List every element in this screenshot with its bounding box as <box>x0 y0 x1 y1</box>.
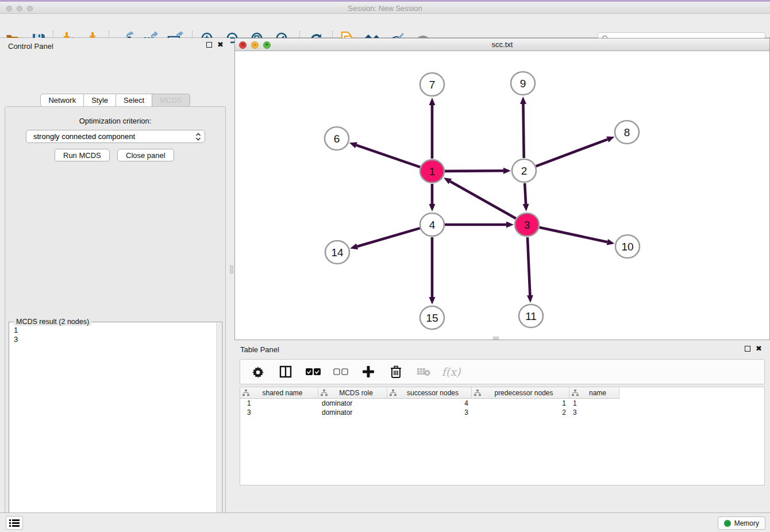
graph-node-2[interactable]: 2 <box>512 159 536 182</box>
float-table-panel-icon[interactable] <box>745 346 750 352</box>
control-panel-title: Control Panel <box>8 42 53 51</box>
attribute-type-icon <box>474 390 481 396</box>
table-header-row: shared nameMCDS rolesuccessor nodesprede… <box>240 387 619 399</box>
graph-node-7[interactable]: 7 <box>420 73 444 96</box>
criterion-select[interactable]: strongly connected component <box>26 130 205 143</box>
table-cell[interactable]: dominator <box>318 399 387 408</box>
main-toolbar <box>0 14 770 38</box>
node-label: 3 <box>524 219 530 231</box>
arrowhead-icon <box>503 168 511 174</box>
mcds-result-item[interactable]: 3 <box>14 335 18 344</box>
column-header-shared-name[interactable]: shared name <box>240 387 318 399</box>
table-row[interactable]: 3dominator323 <box>240 408 619 417</box>
stepper-icon <box>195 133 201 141</box>
graph-node-4[interactable]: 4 <box>420 213 444 236</box>
edge-1-to-2[interactable] <box>445 171 503 171</box>
node-label: 14 <box>331 246 344 259</box>
mcds-result-list[interactable]: 13 <box>9 323 22 346</box>
network-window-titlebar[interactable]: ✕ − + scc.txt <box>235 38 769 51</box>
window-title: Session: New Session <box>0 4 770 13</box>
table-cell[interactable]: 1 <box>472 399 569 408</box>
tab-style[interactable]: Style <box>84 94 116 107</box>
table-cell[interactable]: 3 <box>387 408 472 417</box>
status-bar: Memory <box>0 512 770 532</box>
table-cell[interactable]: 1 <box>240 399 318 408</box>
node-label: 7 <box>429 79 436 91</box>
column-header-name[interactable]: name <box>569 387 619 399</box>
vertical-splitter-handle[interactable] <box>230 265 233 273</box>
arrowhead-icon <box>350 244 358 250</box>
function-builder-icon: f(x) <box>444 364 459 379</box>
graph-node-3[interactable]: 3 <box>515 213 539 236</box>
column-header-successor-nodes[interactable]: successor nodes <box>387 387 472 399</box>
arrowhead-icon <box>520 97 526 104</box>
graph-node-9[interactable]: 9 <box>511 72 535 95</box>
task-history-button[interactable] <box>6 516 23 530</box>
column-header-MCDS-role[interactable]: MCDS role <box>318 387 387 399</box>
edge-3-to-1[interactable] <box>450 182 515 219</box>
mcds-result-box: MCDS result (2 nodes) 13 <box>9 322 222 532</box>
table-cell[interactable]: 3 <box>240 408 318 417</box>
network-window-title: scc.txt <box>235 40 769 49</box>
horizontal-splitter-handle[interactable] <box>493 337 499 340</box>
edge-4-to-14[interactable] <box>357 228 420 246</box>
table-cell[interactable]: 4 <box>387 399 472 408</box>
edge-3-to-10[interactable] <box>539 228 607 242</box>
add-column-icon[interactable] <box>361 364 376 379</box>
graph-node-15[interactable]: 15 <box>420 306 444 329</box>
memory-status-icon <box>724 520 731 527</box>
float-panel-icon[interactable] <box>206 42 212 48</box>
edge-3-to-11[interactable] <box>528 237 530 295</box>
node-label: 6 <box>334 133 340 145</box>
arrowhead-icon <box>506 222 514 228</box>
titlebar[interactable]: Session: New Session <box>0 2 770 14</box>
arrowhead-icon <box>429 204 436 211</box>
column-header-predecessor-nodes[interactable]: predecessor nodes <box>472 387 569 399</box>
result-scrollbar[interactable] <box>216 323 221 532</box>
delete-table-icon <box>416 364 431 379</box>
edge-2-to-9[interactable] <box>523 104 523 158</box>
mcds-result-item[interactable]: 1 <box>14 326 18 335</box>
graph-node-8[interactable]: 8 <box>615 121 639 144</box>
table-cell[interactable]: 2 <box>472 408 569 417</box>
graph-node-1[interactable]: 1 <box>420 160 444 183</box>
node-table[interactable]: shared nameMCDS rolesuccessor nodesprede… <box>240 387 765 485</box>
control-panel-tabs: NetworkStyleSelectMCDS <box>0 94 230 107</box>
close-panel-button[interactable]: Close panel <box>117 149 174 161</box>
close-panel-icon[interactable]: ✖ <box>217 42 224 48</box>
table-cell[interactable]: 3 <box>569 408 619 417</box>
arrowhead-icon <box>429 297 436 304</box>
graph-node-6[interactable]: 6 <box>325 127 349 150</box>
mcds-result-title: MCDS result (2 nodes) <box>14 318 91 326</box>
edge-2-to-8[interactable] <box>536 140 608 167</box>
graph-node-11[interactable]: 11 <box>519 304 543 327</box>
table-panel-header: Table Panel ✖ <box>234 340 770 355</box>
table-row[interactable]: 1dominator411 <box>240 399 619 408</box>
table-cell[interactable]: dominator <box>318 408 387 417</box>
table-options-icon[interactable] <box>251 364 265 379</box>
graph-node-10[interactable]: 10 <box>615 235 640 258</box>
node-label: 2 <box>521 165 528 177</box>
tab-network[interactable]: Network <box>40 94 84 107</box>
attribute-type-icon <box>390 390 396 396</box>
node-label: 9 <box>520 78 526 90</box>
attribute-type-icon <box>572 390 579 396</box>
show-columns-icon[interactable] <box>278 364 293 379</box>
network-canvas[interactable]: 7968124314101511 <box>235 51 769 340</box>
control-panel: Control Panel ✖ NetworkStyleSelectMCDS O… <box>0 38 230 512</box>
graph-node-14[interactable]: 14 <box>325 241 349 264</box>
select-all-columns-icon[interactable] <box>306 364 321 379</box>
network-view-window: ✕ − + scc.txt 7968124314101511 <box>234 38 770 340</box>
arrowhead-icon <box>523 204 529 211</box>
delete-columns-icon[interactable] <box>388 364 403 379</box>
table-cell[interactable]: 1 <box>569 399 619 408</box>
mcds-tab-content: Optimization criterion: strongly connect… <box>5 106 226 532</box>
edge-1-to-6[interactable] <box>356 145 420 167</box>
close-table-panel-icon[interactable]: ✖ <box>756 346 762 352</box>
tab-select[interactable]: Select <box>116 94 152 107</box>
unselect-all-columns-icon[interactable] <box>333 364 348 379</box>
edge-2-to-3[interactable] <box>525 183 526 204</box>
memory-button[interactable]: Memory <box>718 516 765 530</box>
tab-mcds[interactable]: MCDS <box>152 94 190 107</box>
run-mcds-button[interactable]: Run MCDS <box>55 149 110 161</box>
